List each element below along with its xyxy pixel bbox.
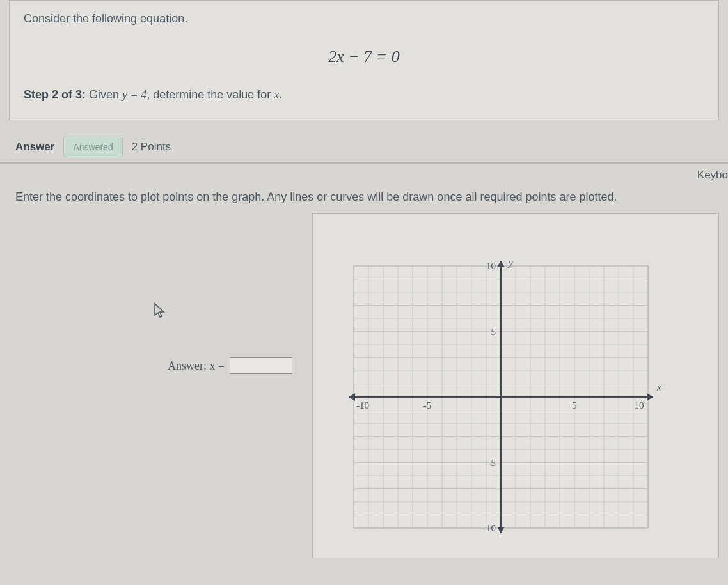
answer-label: Answer	[15, 141, 54, 153]
svg-marker-47	[497, 261, 505, 267]
plot-instruction: Enter the coordinates to plot points on …	[0, 164, 728, 213]
svg-text:5: 5	[572, 400, 577, 410]
answer-input-row: Answer: x =	[168, 357, 292, 374]
cursor-icon	[154, 302, 166, 322]
points-label: 2 Points	[132, 141, 171, 153]
graph-panel: -10-5510-10-5510xy	[312, 213, 719, 558]
svg-marker-45	[647, 393, 653, 401]
answer-x-input[interactable]	[230, 357, 292, 374]
svg-text:5: 5	[491, 327, 496, 337]
equation-display: 2x − 7 = 0	[24, 47, 704, 66]
svg-text:10: 10	[635, 400, 644, 410]
svg-text:-5: -5	[423, 400, 432, 410]
question-prompt: Consider the following equation. 2x − 7 …	[9, 0, 719, 120]
svg-text:10: 10	[486, 261, 496, 271]
svg-marker-48	[497, 527, 505, 533]
step-instruction: Step 2 of 3: Given y = 4, determine the …	[24, 88, 704, 102]
svg-text:-5: -5	[488, 458, 496, 468]
answered-button[interactable]: Answered	[63, 137, 122, 157]
answer-input-label: Answer: x =	[168, 359, 225, 373]
svg-marker-46	[349, 393, 355, 401]
work-area: Enable Zoom/Pan Answer: x = -10-5510-10-…	[9, 213, 719, 558]
answer-header: Answer Answered 2 Points	[0, 120, 728, 164]
coordinate-graph[interactable]: -10-5510-10-5510xy	[341, 253, 661, 541]
svg-text:x: x	[656, 382, 661, 393]
svg-text:-10: -10	[356, 400, 369, 410]
svg-text:y: y	[507, 258, 513, 268]
keyboard-shortcuts-link[interactable]: Keybo	[697, 169, 728, 182]
svg-text:-10: -10	[483, 523, 496, 533]
prompt-title: Consider the following equation.	[24, 12, 704, 26]
